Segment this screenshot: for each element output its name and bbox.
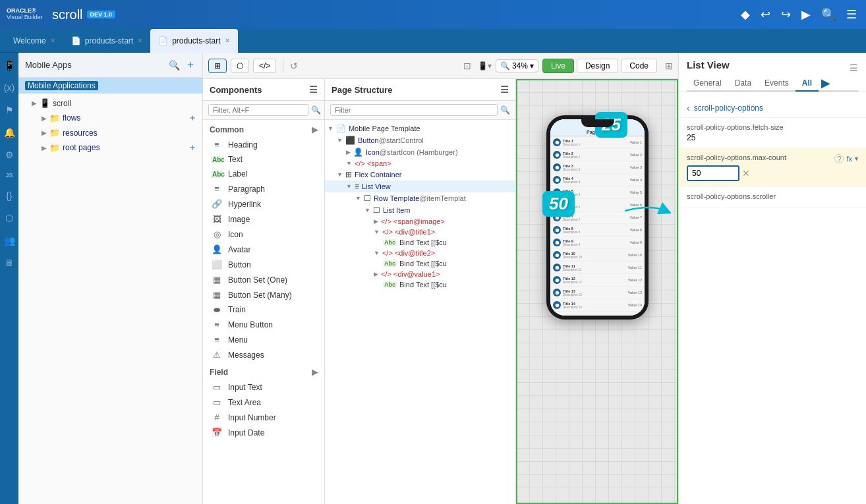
- st-icon-starticon[interactable]: ▶ 👤 Icon@startIcon (Hamburger): [325, 146, 515, 158]
- scroll-label: scroll: [53, 99, 71, 108]
- right-panel-header: List View ☰ General Data Events All ▶: [679, 53, 866, 92]
- undo-icon[interactable]: ↩: [761, 7, 770, 22]
- tab-events[interactable]: Events: [758, 76, 795, 92]
- prop-max-count-input[interactable]: [687, 165, 739, 181]
- comp-label[interactable]: Abc Label: [203, 167, 324, 181]
- comp-button-set-many[interactable]: ▦ Button Set (Many): [203, 287, 324, 302]
- bell-icon[interactable]: 🔔: [2, 125, 17, 140]
- prop-max-count-close-icon[interactable]: ✕: [742, 168, 750, 179]
- st-list-view[interactable]: ▼ ≡ List View: [325, 181, 515, 192]
- comp-image[interactable]: 🖼 Image: [203, 211, 324, 227]
- comp-paragraph[interactable]: ≡ Paragraph: [203, 181, 324, 196]
- vars-icon[interactable]: (x): [2, 80, 16, 95]
- tab-data[interactable]: Data: [728, 76, 758, 92]
- comp-train[interactable]: ⬬ Train: [203, 302, 324, 317]
- tab-products-start-2[interactable]: 📄 products-start ✕: [150, 29, 237, 53]
- page-structure-menu-icon[interactable]: ☰: [500, 84, 509, 95]
- prop-dropdown-icon[interactable]: ▾: [855, 155, 858, 162]
- right-panel-expand-icon[interactable]: ▶: [821, 76, 830, 90]
- tree-item-scroll[interactable]: ▶ 📱 scroll: [18, 96, 202, 110]
- comp-button[interactable]: ⬜ Button: [203, 257, 324, 272]
- code-mode-btn[interactable]: Code: [621, 59, 657, 73]
- phone-list-value: Value 5: [630, 190, 642, 194]
- flag-icon[interactable]: ⚑: [3, 103, 16, 117]
- refresh-icon[interactable]: ↺: [290, 61, 298, 71]
- comp-hyperlink[interactable]: 🔗 Hyperlink: [203, 196, 324, 211]
- comp-filter-input[interactable]: [208, 104, 308, 116]
- comp-input-date[interactable]: 📅 Input Date: [203, 425, 324, 440]
- st-row-template[interactable]: ▼ ☐ Row Template@itemTemplat: [325, 192, 515, 204]
- st-div-value1[interactable]: ▶ </> <div@value1>: [325, 269, 515, 279]
- expand-panel-icon[interactable]: ⊞: [665, 61, 673, 71]
- tab-products-start-1-close[interactable]: ✕: [137, 37, 142, 44]
- st-bind-text-title1[interactable]: Abc Bind Text [[$cu: [325, 237, 515, 248]
- struct-filter-input[interactable]: [330, 104, 498, 116]
- comp-icon[interactable]: ◎ Icon: [203, 227, 324, 242]
- tree-item-flows[interactable]: ▶ 📁 flows ＋: [18, 110, 202, 126]
- device-dropdown-icon[interactable]: 📱▾: [478, 61, 492, 70]
- tab-all[interactable]: All: [795, 76, 819, 92]
- tree-item-mobile-applications[interactable]: Mobile Applications: [18, 78, 202, 94]
- comp-input-number[interactable]: # Input Number: [203, 410, 324, 425]
- js-icon[interactable]: JS: [3, 170, 14, 181]
- toolbar-separator: [283, 59, 283, 72]
- tab-products-start-2-close[interactable]: ✕: [225, 37, 230, 44]
- tree-item-root-pages[interactable]: ▶ 📁 root pages ＋: [18, 140, 202, 155]
- add-app-icon[interactable]: ＋: [185, 58, 196, 72]
- braces-icon[interactable]: {}: [4, 188, 14, 203]
- comp-avatar[interactable]: 👤 Avatar: [203, 242, 324, 257]
- comp-text[interactable]: Abc Text: [203, 152, 324, 167]
- st-bind-text-value1[interactable]: Abc Bind Text [[$cu: [325, 279, 515, 290]
- comp-menu[interactable]: ≡ Menu: [203, 332, 324, 347]
- flows-add-icon[interactable]: ＋: [188, 112, 197, 124]
- comp-input-text[interactable]: ▭ Input Text: [203, 379, 324, 395]
- puzzle-nav-icon[interactable]: ⬡: [3, 211, 15, 225]
- rootpages-add-icon[interactable]: ＋: [188, 142, 197, 154]
- redo-icon[interactable]: ↪: [781, 7, 791, 22]
- puzzle-btn[interactable]: ⬡: [231, 59, 249, 73]
- comp-button-set-one[interactable]: ▦ Button Set (One): [203, 272, 324, 287]
- comp-menu-button[interactable]: ≡ Menu Button: [203, 317, 324, 332]
- st-div-title2[interactable]: ▼ </> <div@title2>: [325, 248, 515, 258]
- st-button-startcontrol[interactable]: ▼ ⬛ Button@startControl: [325, 134, 515, 146]
- hamburger-icon[interactable]: ☰: [846, 7, 857, 22]
- play-icon[interactable]: ▶: [801, 7, 811, 22]
- st-bind-text-title2[interactable]: Abc Bind Text [[$cu: [325, 258, 515, 269]
- tab-products-start-1[interactable]: 📄 products-start ✕: [63, 29, 150, 53]
- zoom-control[interactable]: 🔍 34% ▾: [496, 59, 538, 72]
- tree-item-resources[interactable]: ▶ 📁 resources: [18, 126, 202, 140]
- tab-general[interactable]: General: [687, 76, 728, 92]
- people-icon[interactable]: 👥: [2, 233, 17, 248]
- hyperlink-icon: 🔗: [211, 199, 223, 209]
- st-flex-container[interactable]: ▼ ⊞ Flex Container: [325, 169, 515, 181]
- settings-icon[interactable]: ⚙: [3, 148, 16, 162]
- monitor-icon[interactable]: 🖥: [3, 256, 16, 270]
- st-span-image[interactable]: ▶ </> <span@image>: [325, 216, 515, 227]
- right-panel-menu-icon[interactable]: ☰: [850, 63, 858, 73]
- tag-btn[interactable]: </>: [253, 59, 276, 73]
- responsive-icon[interactable]: ⊡: [463, 61, 471, 71]
- search-icon[interactable]: 🔍: [821, 7, 836, 22]
- prop-fx-icon[interactable]: fx: [846, 155, 852, 163]
- diamond-icon[interactable]: ◆: [741, 7, 750, 22]
- live-mode-btn[interactable]: Live: [542, 59, 574, 73]
- component-view-btn[interactable]: ⊞: [208, 59, 227, 73]
- comp-text-area[interactable]: ▭ Text Area: [203, 395, 324, 410]
- st-list-item[interactable]: ▼ ☐ List Item: [325, 204, 515, 216]
- comp-heading[interactable]: ≡ Heading: [203, 137, 324, 152]
- tab-welcome[interactable]: Welcome ✕: [5, 29, 63, 53]
- components-menu-icon[interactable]: ☰: [309, 84, 318, 95]
- design-mode-btn[interactable]: Design: [577, 59, 618, 73]
- st-div-title1[interactable]: ▼ </> <div@title1>: [325, 227, 515, 237]
- search-tree-icon[interactable]: 🔍: [169, 60, 180, 70]
- st-span[interactable]: ▼ </> <span>: [325, 158, 515, 169]
- st-mobile-page-template[interactable]: ▼ 📄 Mobile Page Template: [325, 123, 515, 134]
- breadcrumb-back-icon[interactable]: ‹: [687, 103, 690, 113]
- comp-messages[interactable]: ⚠ Messages: [203, 347, 324, 362]
- page-structure-header: Page Structure ☰: [325, 79, 515, 101]
- tab-welcome-close[interactable]: ✕: [50, 37, 55, 44]
- phone-list-icon: [553, 176, 561, 184]
- prop-help-icon[interactable]: ?: [834, 154, 844, 163]
- fc-label: Flex Container: [355, 171, 402, 179]
- mobile-icon[interactable]: 📱: [2, 58, 17, 72]
